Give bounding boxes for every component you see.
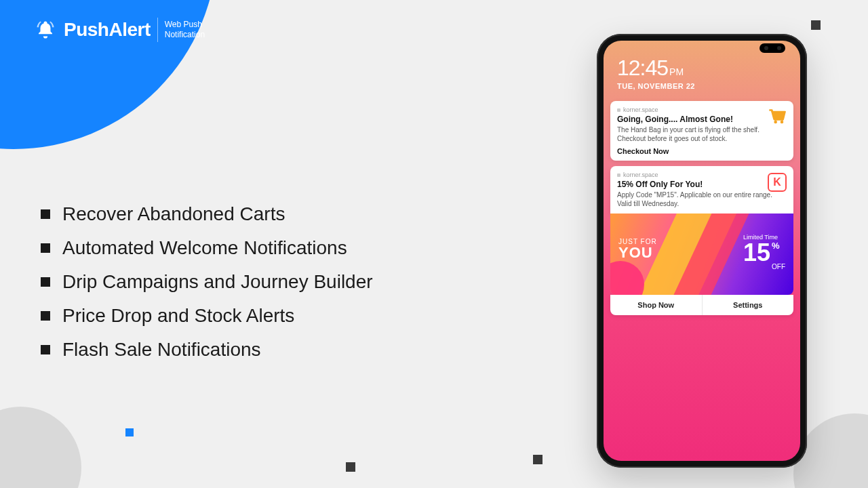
bell-icon: [34, 18, 57, 41]
clock-ampm: PM: [669, 66, 684, 77]
bullet-icon: [41, 345, 50, 354]
brand-tagline: Web Push Notification: [165, 20, 205, 40]
notification-title: Going, Going.... Almost Gone!: [617, 115, 787, 124]
notification-body: The Hand Bag in your cart is flying off …: [617, 125, 787, 143]
notification-card[interactable]: korner.space 15% Off Only For You! Apply…: [610, 166, 793, 214]
promo-off: OFF: [772, 263, 785, 270]
bullet-icon: [41, 277, 50, 287]
shop-now-button[interactable]: Shop Now: [610, 295, 703, 315]
list-item: Flash Sale Notifications: [41, 339, 373, 361]
notification-title: 15% Off Only For You!: [617, 180, 787, 189]
clock-time: 12:45: [617, 56, 668, 81]
app-icon: [617, 108, 620, 112]
brand-name: PushAlert: [64, 19, 151, 41]
cart-icon: [768, 108, 787, 127]
app-icon: [617, 174, 620, 177]
grey-circle-left: [0, 407, 81, 488]
bullet-icon: [41, 243, 50, 253]
feature-list: Recover Abandoned Carts Automated Welcom…: [41, 203, 373, 373]
promo-text: YOU: [618, 244, 657, 262]
deco-square: [811, 20, 821, 30]
phone-screen: 12:45 PM TUE, NOVEMBER 22 korner.space G…: [604, 41, 800, 461]
phone-mockup: 12:45 PM TUE, NOVEMBER 22 korner.space G…: [597, 34, 807, 468]
notification-card[interactable]: korner.space Going, Going.... Almost Gon…: [610, 101, 793, 161]
deco-square: [346, 462, 355, 472]
phone-camera-cutout: [760, 43, 785, 53]
notification-actions: Shop Now Settings: [610, 295, 793, 315]
brand-badge-icon: K: [768, 173, 787, 192]
bullet-icon: [41, 209, 50, 219]
list-item: Drip Campaigns and Journey Builder: [41, 271, 373, 293]
list-item: Recover Abandoned Carts: [41, 203, 373, 225]
divider: [157, 18, 158, 42]
notification-source: korner.space: [617, 106, 787, 113]
notification-source: korner.space: [617, 171, 787, 178]
promo-banner: JUST FOR YOU Limited Time 15 % OFF: [610, 214, 793, 295]
settings-button[interactable]: Settings: [703, 295, 794, 315]
deco-square: [125, 428, 134, 436]
list-item: Price Drop and Stock Alerts: [41, 305, 373, 327]
promo-number: 15: [743, 241, 770, 265]
brand-logo: PushAlert Web Push Notification: [34, 18, 205, 42]
bullet-icon: [41, 311, 50, 321]
notification-body: Apply Code "MP15". Applicable on our ent…: [617, 190, 787, 208]
list-item: Automated Welcome Notifications: [41, 237, 373, 259]
clock-date: TUE, NOVEMBER 22: [617, 82, 787, 90]
notification-cta[interactable]: Checkout Now: [617, 147, 787, 155]
deco-square: [533, 455, 542, 464]
promo-percent: %: [772, 241, 785, 251]
